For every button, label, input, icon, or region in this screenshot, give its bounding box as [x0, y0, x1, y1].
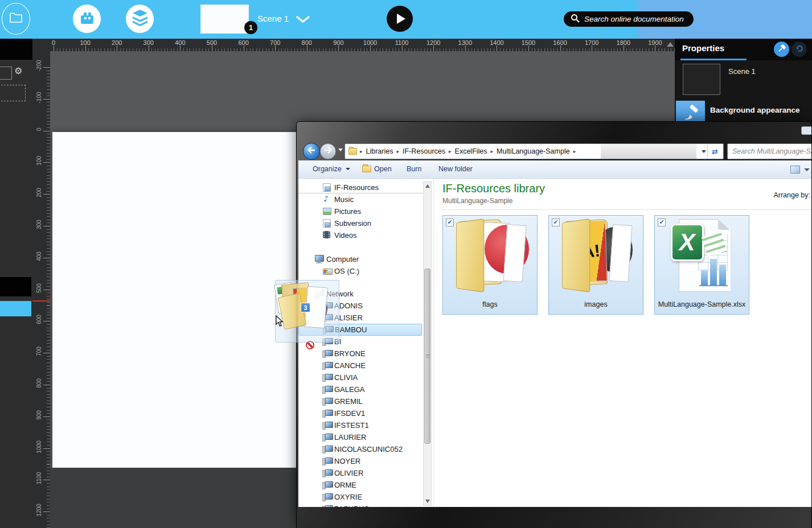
timeline-blue-bar[interactable] — [0, 301, 31, 316]
ruler-scroll-arrow-icon[interactable] — [667, 42, 674, 47]
timeline-black-bar[interactable] — [0, 277, 31, 296]
open-button[interactable]: Open — [362, 165, 392, 173]
scene-preview-thumbnail[interactable] — [683, 64, 720, 95]
v-ruler-label: 600 — [36, 312, 42, 327]
tree-item-oxyrie[interactable]: OXYRIE — [298, 491, 423, 503]
h-ruler-label: 1600 — [553, 39, 567, 46]
views-chevron-icon[interactable] — [804, 168, 810, 171]
tree-item-nicolascunic052[interactable]: NICOLASCUNIC052 — [298, 443, 423, 455]
scroll-up-icon[interactable] — [425, 184, 430, 188]
h-ruler-label: 800 — [302, 39, 312, 46]
breadcrumb-item[interactable]: IF-Resources — [401, 147, 447, 155]
tree-item-orme[interactable]: ORME — [298, 479, 423, 491]
open-project-button[interactable] — [2, 3, 30, 35]
file-tile-multilanguage-sample-xlsx[interactable]: ✔XMultiLanguage-Sample.xlsx — [654, 215, 749, 315]
v-ruler-label: 1000 — [36, 439, 42, 454]
tree-item-ifstest1[interactable]: IFSTEST1 — [298, 419, 423, 431]
chevron-down-icon[interactable] — [296, 15, 310, 26]
tree-scrollbar[interactable] — [423, 182, 432, 506]
v-ruler-label: 500 — [36, 280, 42, 295]
tree-item-music[interactable]: Music — [298, 193, 423, 205]
breadcrumb-separator-icon: ▸ — [358, 148, 364, 154]
organize-button[interactable]: Organize — [313, 165, 350, 173]
scene-thumbnail[interactable] — [200, 5, 249, 34]
breadcrumb-item[interactable]: MultiLanguage-Sample — [495, 147, 572, 155]
forward-button[interactable] — [320, 143, 336, 159]
v-ruler-label: 900 — [36, 407, 42, 422]
tree-item-if-resources[interactable]: IF-Resources — [298, 182, 423, 193]
circular-arrow-icon — [795, 44, 803, 55]
command-bar: Organize Open Burn New folder — [298, 160, 812, 179]
explorer-search-input[interactable]: Search MultiLanguage-Sam — [727, 143, 812, 159]
folder-icon — [9, 11, 23, 26]
tree-item-noyer[interactable]: NOYER — [298, 455, 423, 467]
h-ruler-label: 900 — [333, 39, 343, 46]
tree-item-label: Pictures — [334, 207, 361, 216]
tree-item-subversion[interactable]: Subversion — [298, 217, 423, 229]
tree-item-os-c-[interactable]: OS (C:) — [298, 265, 423, 277]
refresh-panel-button[interactable] — [792, 42, 807, 57]
scene-number-badge: 1 — [244, 21, 257, 34]
tool-outline-box[interactable] — [0, 67, 12, 80]
pc-icon — [322, 492, 333, 502]
header-divider — [441, 209, 812, 210]
tree-item-galega[interactable]: GALEGA — [298, 383, 423, 395]
dock-panel-button[interactable] — [774, 42, 789, 57]
online-doc-search[interactable]: Search online documentation — [564, 11, 694, 27]
editor-toolbar: 1 Scene 1 Search online documentation — [0, 0, 812, 39]
tree-item-pictures[interactable]: Pictures — [298, 205, 423, 217]
pc-icon — [322, 504, 333, 507]
tree-item-papyrus[interactable]: PAPYRUS — [298, 503, 423, 507]
address-bar[interactable]: ▸Libraries▸IF-Resources▸ExcelFiles▸Multi… — [345, 143, 724, 159]
tree-item-clivia[interactable]: CLIVIA — [298, 372, 423, 383]
excel-icon: X — [655, 218, 749, 296]
tree-item-ifsdev1[interactable]: IFSDEV1 — [298, 407, 423, 419]
back-button[interactable] — [303, 143, 320, 160]
layers-icon — [130, 9, 150, 29]
tree-item-laurier[interactable]: LAURIER — [298, 431, 423, 443]
tree-item-gremil[interactable]: GREMIL — [298, 395, 423, 407]
pc-icon — [322, 349, 333, 358]
refresh-icon[interactable]: ⇄ — [707, 145, 722, 158]
breadcrumb-item[interactable]: Libraries — [364, 147, 395, 155]
breadcrumb-separator-icon: ▸ — [395, 148, 401, 154]
tree-item-bryone[interactable]: BRYONE — [298, 348, 423, 360]
tree-item-label: NOYER — [334, 457, 360, 465]
file-tile-flags[interactable]: ✔flags — [442, 215, 538, 315]
new-folder-button[interactable]: New folder — [438, 165, 473, 173]
play-button[interactable] — [387, 6, 413, 32]
breadcrumb-item[interactable]: ExcelFiles — [453, 147, 489, 155]
tree-item-videos[interactable]: Videos — [298, 229, 423, 241]
arrange-by-label[interactable]: Arrange by: — [773, 191, 810, 199]
gear-icon[interactable]: ⚙ — [14, 65, 22, 76]
file-tile-label: images — [549, 300, 643, 308]
address-dropdown-icon[interactable] — [702, 150, 706, 153]
window-controls-cut[interactable] — [801, 126, 812, 135]
v-ruler-label: 300 — [36, 217, 42, 232]
explorer-window: ▸Libraries▸IF-Resources▸ExcelFiles▸Multi… — [296, 121, 812, 528]
h-ruler-label: 1400 — [490, 39, 503, 46]
burn-button[interactable]: Burn — [407, 165, 421, 173]
scene-selector-label[interactable]: Scene 1 — [257, 14, 289, 23]
v-ruler-label: 0 — [36, 122, 42, 137]
v-ruler-label: -100 — [36, 90, 42, 105]
editor-left-panel: ⚙ — [0, 39, 32, 528]
scroll-down-icon[interactable] — [425, 500, 430, 503]
h-ruler-label: 1700 — [585, 39, 598, 46]
pc-icon — [322, 480, 333, 490]
breadcrumb: ▸Libraries▸IF-Resources▸ExcelFiles▸Multi… — [358, 147, 577, 155]
layers-button[interactable] — [126, 5, 154, 33]
tree-item-computer[interactable]: Computer — [298, 253, 423, 265]
file-tile-images[interactable]: ✔A!images — [548, 215, 643, 315]
tree-item-canche[interactable]: CANCHE — [298, 360, 423, 372]
change-view-button[interactable] — [790, 166, 800, 174]
h-ruler-label: 400 — [175, 39, 185, 46]
tree-item-olivier[interactable]: OLIVIER — [298, 467, 423, 479]
properties-accent-underline — [680, 59, 747, 60]
recent-pages-chevron-icon[interactable] — [338, 148, 343, 151]
scrollbar-thumb[interactable] — [424, 269, 430, 444]
tool-dashed-box[interactable] — [0, 85, 26, 101]
resources-button[interactable] — [73, 5, 101, 33]
tree-item-label: OLIVIER — [334, 469, 363, 477]
pc-icon — [322, 409, 333, 418]
